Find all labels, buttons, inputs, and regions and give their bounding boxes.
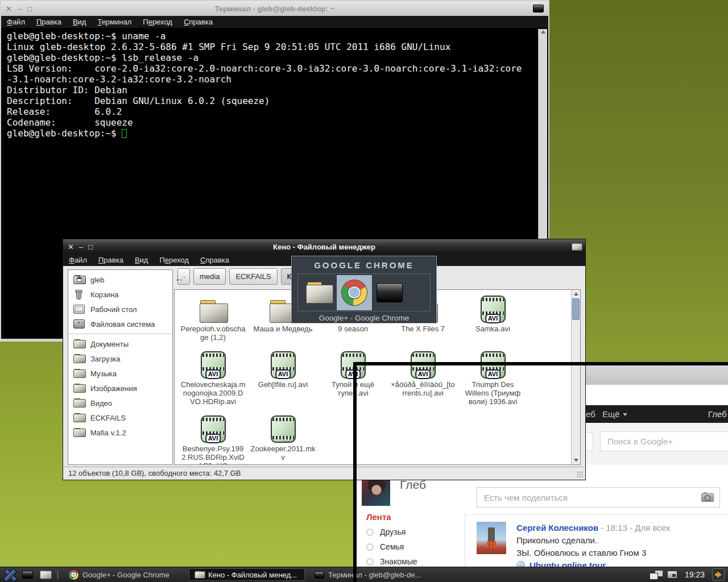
file-manager-launcher[interactable] xyxy=(38,568,52,581)
file-item-label: ×åòûðå_êîìíàòû_[torrents.ru].avi xyxy=(391,380,456,397)
resize-grip[interactable] xyxy=(577,471,584,479)
gplus-navbar-username[interactable]: Глеб xyxy=(708,405,727,423)
fm-scrollbar[interactable] xyxy=(571,290,580,464)
switcher-item[interactable] xyxy=(372,275,407,310)
path-button-ECKFAILS[interactable]: ECKFAILS xyxy=(229,268,277,285)
post-avatar-image[interactable] xyxy=(477,522,506,554)
sidebar-item-label: Изображения xyxy=(90,384,137,393)
task-button[interactable]: Терминал - gleb@gleb-de... xyxy=(309,568,446,581)
sidebar-item[interactable]: Музыка xyxy=(68,366,172,381)
feed-item[interactable]: Друзья xyxy=(366,525,457,539)
taskbar[interactable]: Google+ - Google ChromeКено - Файловый м… xyxy=(0,567,728,582)
menu-item[interactable]: Правка xyxy=(93,256,129,264)
taskbar-clock[interactable]: 19:23 xyxy=(685,570,705,579)
menu-item[interactable]: Справка xyxy=(195,256,235,264)
menu-item[interactable]: Вид xyxy=(67,18,92,26)
task-button[interactable]: Google+ - Google Chrome xyxy=(64,568,184,581)
sidebar-item-label: Mafia v.1.2 xyxy=(90,429,126,437)
gplus-share-input[interactable] xyxy=(477,487,720,508)
switcher-item[interactable] xyxy=(337,275,372,310)
file-item[interactable]: AVIGeh[tfile.ru].avi xyxy=(248,350,318,389)
terminal-launcher[interactable] xyxy=(20,568,34,581)
menu-item[interactable]: Файл xyxy=(1,18,31,26)
scroll-up-icon[interactable] xyxy=(574,292,578,296)
file-item-label: Samka.avi xyxy=(475,325,510,333)
scroll-down-icon[interactable] xyxy=(574,459,578,462)
desktop[interactable]: ✕ ‒ □ Терминал - gleb@gleb-desktop: ~ Фа… xyxy=(0,0,728,582)
folder-icon xyxy=(73,428,85,437)
sidebar-item[interactable]: Загрузка xyxy=(68,351,172,366)
folder-icon xyxy=(73,369,85,378)
folder-icon xyxy=(73,354,85,363)
menu-logo-icon[interactable] xyxy=(3,569,16,581)
file-item[interactable]: Perepoloh.v.obschage (1,2) xyxy=(178,294,248,342)
house-glyph xyxy=(77,278,82,282)
task-button-label: Терминал - gleb@gleb-de... xyxy=(328,571,421,579)
file-item[interactable]: AVIChelovecheskaja.mnogonojka.2009.DVO.H… xyxy=(178,350,248,406)
sidebar-item-label: Музыка xyxy=(90,369,117,378)
taskbar-tasks: Google+ - Google ChromeКено - Файловый м… xyxy=(64,568,446,581)
sidebar-item[interactable]: Рабочий стол xyxy=(68,302,172,317)
file-item[interactable]: AVITriumph Des Willens (Триумф воли) 193… xyxy=(458,350,528,406)
user-avatar-image[interactable] xyxy=(362,476,390,506)
scrollbar-thumb[interactable] xyxy=(572,298,580,320)
gplus-more-menu[interactable]: Ещё xyxy=(602,405,627,423)
sidebar-item-label: Рабочий стол xyxy=(90,305,137,314)
post-author-link[interactable]: Сергей Колесников xyxy=(516,523,598,533)
sidebar-item[interactable]: Файловая система xyxy=(68,317,172,331)
switcher-item[interactable] xyxy=(301,275,337,310)
sidebar-item-label: ECKFAILS xyxy=(90,414,126,422)
network-icon[interactable] xyxy=(650,570,663,580)
terminal-titlebar[interactable]: ✕ ‒ □ Терминал - gleb@gleb-desktop: ~ xyxy=(1,1,548,16)
file-item-label: 9 season xyxy=(338,325,368,333)
avi-badge-label: AVI xyxy=(415,369,431,379)
camera-icon[interactable] xyxy=(701,493,714,502)
path-button-media[interactable]: media xyxy=(193,268,226,285)
file-item[interactable]: AVISamka.avi xyxy=(458,294,528,333)
file-item[interactable]: AVI×åòûðå_êîìíàòû_[torrents.ru].avi xyxy=(388,350,458,397)
scroll-up-icon[interactable] xyxy=(541,30,545,34)
sidebar-item[interactable]: Документы xyxy=(68,336,172,351)
sidebar-item[interactable]: gleb xyxy=(68,272,172,287)
file-item[interactable]: Zookeeper.2011.mkv xyxy=(248,414,318,462)
maximize-icon[interactable]: □ xyxy=(88,243,93,251)
circle-icon xyxy=(366,543,374,551)
task-button[interactable]: Кено - Файловый менед... xyxy=(189,568,305,581)
terminal-menubar: ФайлПравкаВидТерминалПереходСправка xyxy=(1,16,548,28)
feed-item[interactable]: Семья xyxy=(366,539,457,554)
avi-badge-label: AVI xyxy=(485,314,501,323)
sidebar-item[interactable]: Видео xyxy=(68,396,172,410)
terminal-cursor xyxy=(122,129,127,138)
menu-item[interactable]: Переход xyxy=(137,18,178,26)
chevron-down-icon xyxy=(623,413,627,416)
feed-item-label: Друзья xyxy=(380,527,406,537)
video-icon xyxy=(271,415,296,443)
menu-item[interactable]: Файл xyxy=(63,256,93,264)
trash-icon xyxy=(75,289,83,300)
path-button-filesystem[interactable] xyxy=(177,268,190,285)
menu-item[interactable]: Вид xyxy=(129,256,154,264)
menu-item[interactable]: Переход xyxy=(154,256,195,264)
sidebar-item[interactable]: ECKFAILS xyxy=(68,410,172,425)
sidebar-item[interactable]: Mafia v.1.2 xyxy=(68,425,172,440)
close-icon[interactable]: ✕ xyxy=(68,243,74,251)
avi-icon: AVI xyxy=(201,351,226,379)
minimize-icon[interactable]: ‒ xyxy=(79,243,83,251)
gplus-search-input[interactable] xyxy=(600,431,728,451)
post-time: 18:13 xyxy=(606,523,627,533)
terminal-window-title: Терминал - gleb@gleb-desktop: ~ xyxy=(1,5,548,13)
sidebar-item[interactable]: Корзина xyxy=(68,287,172,302)
menu-item[interactable]: Правка xyxy=(31,18,67,26)
file-item[interactable]: AVIBeshenye.Psy.1992.RUS.BDRip.XviD.AC3 … xyxy=(178,414,248,465)
panel-arrow-button[interactable] xyxy=(712,568,725,581)
path-button-label: ECKFAILS xyxy=(235,272,271,281)
menu-item[interactable]: Справка xyxy=(178,18,218,26)
folder-icon xyxy=(73,339,85,348)
menu-item[interactable]: Терминал xyxy=(92,18,137,26)
sidebar-item[interactable]: Изображения xyxy=(68,381,172,396)
avi-badge-label: AVI xyxy=(205,434,221,443)
terminal-icon xyxy=(22,571,33,579)
file-manager-titlebar[interactable]: ✕ ‒ □ Кено - Файловый менеджер xyxy=(63,239,585,254)
display-icon[interactable] xyxy=(667,571,677,579)
task-button-label: Кено - Файловый менед... xyxy=(208,571,297,579)
